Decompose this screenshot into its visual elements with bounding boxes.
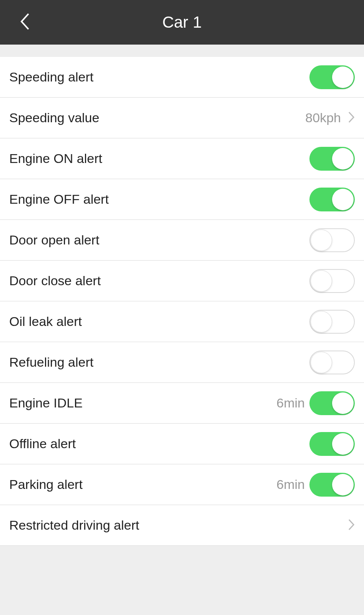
chevron-right-icon [348, 111, 355, 125]
list-item-label: Engine OFF alert [9, 192, 309, 207]
list-item-label: Engine IDLE [9, 396, 276, 411]
door-open-alert-toggle[interactable] [309, 228, 355, 252]
list-item-value: 80kph [305, 110, 341, 125]
list-item-label: Speeding value [9, 110, 305, 125]
toggle-knob [332, 474, 354, 495]
speeding-alert-row: Speeding alert [0, 57, 364, 98]
oil-leak-alert-toggle[interactable] [309, 310, 355, 334]
list-item-label: Oil leak alert [9, 314, 309, 329]
settings-list: Speeding alert Speeding value 80kph Engi… [0, 57, 364, 546]
list-item-label: Parking alert [9, 477, 276, 492]
door-open-alert-row: Door open alert [0, 220, 364, 261]
chevron-left-icon [19, 12, 30, 31]
list-item-label: Offline alert [9, 436, 309, 451]
offline-alert-toggle[interactable] [309, 432, 355, 456]
engine-on-alert-row: Engine ON alert [0, 138, 364, 179]
offline-alert-row: Offline alert [0, 424, 364, 464]
chevron-right-icon [348, 519, 355, 532]
list-item-value: 6min [276, 477, 305, 492]
engine-off-alert-toggle[interactable] [309, 188, 355, 211]
toggle-knob [332, 433, 354, 455]
parking-alert-row: Parking alert 6min [0, 464, 364, 505]
section-spacer [0, 45, 364, 57]
list-item-value: 6min [276, 396, 305, 411]
page-title: Car 1 [0, 13, 364, 32]
restricted-driving-alert-row[interactable]: Restricted driving alert [0, 505, 364, 546]
list-item-label: Refueling alert [9, 355, 309, 370]
app-header: Car 1 [0, 0, 364, 45]
engine-on-alert-toggle[interactable] [309, 147, 355, 171]
door-close-alert-row: Door close alert [0, 261, 364, 301]
toggle-knob [332, 148, 354, 170]
list-item-label: Engine ON alert [9, 151, 309, 166]
list-item-label: Door open alert [9, 233, 309, 248]
refueling-alert-row: Refueling alert [0, 342, 364, 383]
engine-idle-row: Engine IDLE 6min [0, 383, 364, 424]
speeding-value-row[interactable]: Speeding value 80kph [0, 98, 364, 138]
engine-idle-toggle[interactable] [309, 391, 355, 415]
refueling-alert-toggle[interactable] [309, 351, 355, 374]
toggle-knob [311, 270, 332, 292]
toggle-knob [311, 229, 332, 251]
speeding-alert-toggle[interactable] [309, 65, 355, 89]
list-item-label: Speeding alert [9, 70, 309, 85]
engine-off-alert-row: Engine OFF alert [0, 179, 364, 220]
toggle-knob [332, 392, 354, 414]
list-item-label: Restricted driving alert [9, 518, 346, 533]
toggle-knob [332, 66, 354, 88]
oil-leak-alert-row: Oil leak alert [0, 301, 364, 342]
door-close-alert-toggle[interactable] [309, 269, 355, 293]
back-button[interactable] [19, 12, 30, 32]
toggle-knob [332, 189, 354, 210]
toggle-knob [311, 352, 332, 373]
parking-alert-toggle[interactable] [309, 473, 355, 497]
toggle-knob [311, 311, 332, 332]
list-item-label: Door close alert [9, 273, 309, 288]
